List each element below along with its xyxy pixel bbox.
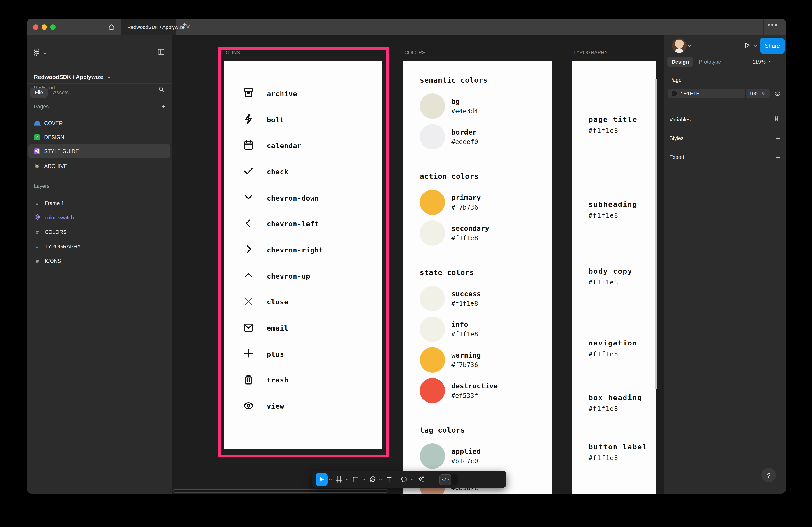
share-button[interactable]: Share <box>760 38 785 54</box>
file-name[interactable]: RedwoodSDK / Applywize <box>34 74 103 81</box>
chevron-down-icon[interactable] <box>345 478 349 481</box>
frame-tool-button[interactable] <box>334 473 344 486</box>
icon-name: chevron-right <box>267 246 323 254</box>
icon-row-calendar: calendar <box>224 133 382 159</box>
new-tab-button[interactable]: + <box>182 20 187 29</box>
sliders-icon[interactable] <box>773 115 780 122</box>
toggle-panels-button[interactable] <box>158 49 165 57</box>
left-sidebar: RedwoodSDK / Applywize Redwood File Asse… <box>27 35 172 494</box>
tab-assets[interactable]: Assets <box>53 90 69 95</box>
chevron-down-icon[interactable] <box>43 51 47 55</box>
chevron-down-icon[interactable] <box>107 75 111 79</box>
more-menu-button[interactable] <box>768 24 777 26</box>
export-section[interactable]: Export + <box>664 148 786 167</box>
layer-item-colors[interactable]: #COLORS <box>28 225 170 239</box>
page-label: DESIGN <box>44 134 64 140</box>
tab-design[interactable]: Design <box>667 57 694 67</box>
divider <box>664 70 786 70</box>
layer-item-color-swatch[interactable]: color-swatch <box>28 211 170 225</box>
chevron-down-icon[interactable] <box>362 478 366 481</box>
layer-item-icons[interactable]: #ICONS <box>28 254 170 268</box>
frame-title-typography[interactable]: TYPOGRAPHY <box>573 50 608 55</box>
text-tool-icon <box>386 476 393 483</box>
chevron-down-icon[interactable] <box>410 478 414 481</box>
color-swatch-text: info#f1f1e8 <box>451 321 478 338</box>
close-window-button[interactable] <box>33 24 38 30</box>
color-swatch-text: secondary#f1f1e8 <box>451 225 489 242</box>
horizontal-scrollbar[interactable] <box>173 489 388 493</box>
dev-mode-toggle[interactable]: </> <box>439 473 458 485</box>
typography-frame[interactable]: page title#f1f1e8subheading#f1f1e8body c… <box>572 61 656 494</box>
eye-icon[interactable] <box>774 90 781 97</box>
sidebar-page-archive[interactable]: ☠ARCHIVE <box>28 159 170 173</box>
chevron-down-icon[interactable] <box>687 44 692 48</box>
color-swatch-circle <box>420 378 445 403</box>
tab-prototype[interactable]: Prototype <box>699 59 721 65</box>
plus-icon <box>243 348 254 361</box>
add-page-button[interactable]: + <box>162 102 166 110</box>
vertical-scrollbar[interactable] <box>655 79 657 389</box>
search-button[interactable] <box>158 86 165 95</box>
shape-tool-button[interactable] <box>350 473 361 486</box>
sidebar-page-design[interactable]: ✓DESIGN <box>28 130 170 144</box>
page-color-value[interactable]: 1E1E1E <box>681 91 700 96</box>
layer-label: TYPOGRAPHY <box>45 244 81 249</box>
layer-label: ICONS <box>45 258 61 264</box>
comment-tool-button[interactable] <box>398 473 409 486</box>
icon-name: chevron-left <box>267 220 319 228</box>
icons-frame[interactable]: archiveboltcalendarcheckchevron-downchev… <box>224 61 382 449</box>
skull-emoji-icon: ☠ <box>34 163 40 169</box>
page-opacity-value[interactable]: 100 <box>749 91 758 96</box>
add-export-button[interactable]: + <box>776 153 780 161</box>
chevron-down-icon[interactable] <box>379 478 382 481</box>
page-color-swatch[interactable] <box>672 91 677 96</box>
zoom-window-button[interactable] <box>50 24 56 30</box>
variables-section[interactable]: Variables <box>664 110 786 129</box>
icon-name: archive <box>267 90 297 98</box>
styles-section[interactable]: Styles + <box>664 129 786 148</box>
file-tab[interactable]: RedwoodSDK / Applywize ✕ <box>121 18 176 35</box>
layer-item-frame-1[interactable]: #Frame 1 <box>28 196 170 210</box>
minimize-window-button[interactable] <box>42 24 47 30</box>
chevron-left-icon <box>243 218 254 231</box>
layer-item-typography[interactable]: #TYPOGRAPHY <box>28 239 170 253</box>
pen-tool-button[interactable] <box>367 473 378 486</box>
icon-name: plus <box>267 350 284 358</box>
type-style-body-copy: body copy#f1f1e8 <box>589 267 633 286</box>
avatar[interactable] <box>672 38 686 53</box>
color-name: destructive <box>451 382 498 390</box>
tab-file[interactable]: File <box>30 88 48 98</box>
frame-icon: # <box>34 258 41 264</box>
email-icon <box>243 322 254 335</box>
frame-title-colors[interactable]: COLORS <box>404 50 425 55</box>
chevron-down-icon[interactable] <box>329 478 332 481</box>
color-section-heading: action colors <box>420 172 552 181</box>
chevron-down-icon[interactable] <box>754 44 758 48</box>
actions-tool-button[interactable] <box>415 473 426 486</box>
zoom-level[interactable]: 119% <box>753 59 772 65</box>
type-style-hex: #f1f1e8 <box>589 351 638 358</box>
icon-row-close: close <box>224 289 382 315</box>
move-tool-button[interactable] <box>316 473 328 486</box>
figma-logo-icon[interactable] <box>34 49 40 57</box>
icon-row-check: check <box>224 159 382 185</box>
archive-icon <box>243 87 254 100</box>
colors-frame[interactable]: semantic colorsbg#e4e3d4border#eeeef0act… <box>403 61 552 494</box>
sidebar-page-cover[interactable]: COVER <box>28 116 170 130</box>
pages-header: Pages <box>34 104 48 109</box>
frame-tool-icon <box>335 475 343 483</box>
type-style-hex: #f1f1e8 <box>589 212 638 219</box>
canvas[interactable]: ICONS archiveboltcalendarcheckchevron-do… <box>172 35 664 494</box>
type-style-hex: #f1f1e8 <box>589 454 647 461</box>
page-section-label: Page <box>669 77 682 83</box>
home-button[interactable] <box>104 21 119 32</box>
layers-header: Layers <box>34 183 49 189</box>
right-sidebar: Share Design Prototype 119% Page 1E1E1E … <box>664 35 786 494</box>
present-play-icon[interactable] <box>742 41 751 50</box>
help-button[interactable]: ? <box>762 468 776 482</box>
sidebar-page-style-guide[interactable]: STYLE-GUIDE <box>28 144 170 158</box>
text-tool-button[interactable] <box>384 473 394 486</box>
home-icon <box>108 23 115 30</box>
add-style-button[interactable]: + <box>776 134 780 142</box>
page-color-input[interactable]: 1E1E1E 100 % <box>668 88 770 98</box>
